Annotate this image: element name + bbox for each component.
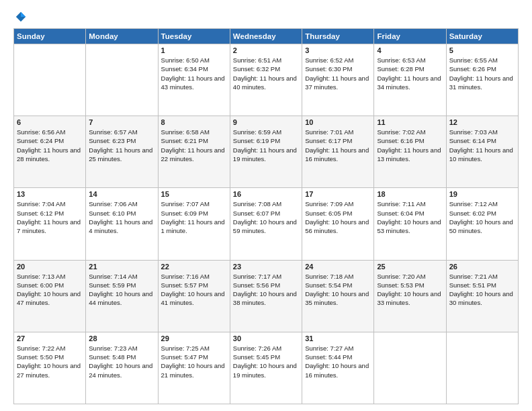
calendar-cell: 20Sunrise: 7:13 AM Sunset: 6:00 PM Dayli… [14, 260, 86, 332]
day-info: Sunrise: 7:07 AM Sunset: 6:09 PM Dayligh… [161, 199, 227, 235]
calendar-cell [86, 44, 158, 116]
day-info: Sunrise: 7:08 AM Sunset: 6:07 PM Dayligh… [233, 199, 299, 235]
day-info: Sunrise: 7:12 AM Sunset: 6:02 PM Dayligh… [449, 199, 515, 235]
page: SundayMondayTuesdayWednesdayThursdayFrid… [0, 0, 532, 411]
svg-marker-1 [21, 12, 26, 17]
calendar-cell: 29Sunrise: 7:25 AM Sunset: 5:47 PM Dayli… [158, 332, 230, 404]
day-number: 26 [449, 263, 515, 271]
calendar-cell: 11Sunrise: 7:02 AM Sunset: 6:16 PM Dayli… [374, 116, 446, 188]
calendar-cell: 5Sunrise: 6:55 AM Sunset: 6:26 PM Daylig… [446, 44, 518, 116]
calendar-cell: 14Sunrise: 7:06 AM Sunset: 6:10 PM Dayli… [86, 188, 158, 260]
calendar-week-3: 20Sunrise: 7:13 AM Sunset: 6:00 PM Dayli… [14, 260, 519, 332]
calendar-header-sunday: Sunday [14, 29, 86, 44]
day-info: Sunrise: 7:01 AM Sunset: 6:17 PM Dayligh… [305, 128, 371, 163]
day-number: 16 [233, 190, 299, 198]
calendar-week-0: 1Sunrise: 6:50 AM Sunset: 6:34 PM Daylig… [14, 44, 519, 116]
day-info: Sunrise: 6:59 AM Sunset: 6:19 PM Dayligh… [233, 128, 299, 163]
day-number: 17 [305, 190, 371, 198]
calendar-cell: 12Sunrise: 7:03 AM Sunset: 6:14 PM Dayli… [446, 116, 518, 188]
day-number: 24 [305, 263, 371, 271]
calendar-cell: 10Sunrise: 7:01 AM Sunset: 6:17 PM Dayli… [302, 116, 374, 188]
day-info: Sunrise: 7:26 AM Sunset: 5:45 PM Dayligh… [233, 344, 299, 379]
calendar-header-tuesday: Tuesday [158, 29, 230, 44]
day-info: Sunrise: 7:21 AM Sunset: 5:51 PM Dayligh… [449, 272, 515, 308]
day-info: Sunrise: 7:11 AM Sunset: 6:04 PM Dayligh… [377, 199, 443, 235]
calendar-week-2: 13Sunrise: 7:04 AM Sunset: 6:12 PM Dayli… [14, 188, 519, 260]
calendar-week-4: 27Sunrise: 7:22 AM Sunset: 5:50 PM Dayli… [14, 332, 519, 404]
day-info: Sunrise: 7:16 AM Sunset: 5:57 PM Dayligh… [161, 272, 227, 308]
calendar-cell: 16Sunrise: 7:08 AM Sunset: 6:07 PM Dayli… [230, 188, 302, 260]
calendar-cell [14, 44, 86, 116]
calendar-cell: 22Sunrise: 7:16 AM Sunset: 5:57 PM Dayli… [158, 260, 230, 332]
day-number: 21 [89, 263, 154, 271]
calendar-header-monday: Monday [86, 29, 158, 44]
day-info: Sunrise: 7:20 AM Sunset: 5:53 PM Dayligh… [377, 272, 443, 308]
calendar-week-1: 6Sunrise: 6:56 AM Sunset: 6:24 PM Daylig… [14, 116, 519, 188]
day-number: 22 [161, 263, 227, 271]
day-number: 18 [377, 190, 443, 198]
logo-icon [15, 11, 27, 23]
calendar-cell: 24Sunrise: 7:18 AM Sunset: 5:54 PM Dayli… [302, 260, 374, 332]
day-number: 7 [89, 118, 154, 126]
day-number: 15 [161, 190, 227, 198]
logo [13, 11, 27, 23]
calendar-cell: 19Sunrise: 7:12 AM Sunset: 6:02 PM Dayli… [446, 188, 518, 260]
calendar-cell: 4Sunrise: 6:53 AM Sunset: 6:28 PM Daylig… [374, 44, 446, 116]
header [13, 11, 519, 23]
calendar-cell: 3Sunrise: 6:52 AM Sunset: 6:30 PM Daylig… [302, 44, 374, 116]
calendar-table: SundayMondayTuesdayWednesdayThursdayFrid… [13, 28, 519, 404]
calendar-cell: 2Sunrise: 6:51 AM Sunset: 6:32 PM Daylig… [230, 44, 302, 116]
calendar-cell: 25Sunrise: 7:20 AM Sunset: 5:53 PM Dayli… [374, 260, 446, 332]
day-info: Sunrise: 7:14 AM Sunset: 5:59 PM Dayligh… [89, 272, 154, 308]
day-number: 14 [89, 190, 154, 198]
day-number: 2 [233, 46, 299, 54]
calendar-cell: 6Sunrise: 6:56 AM Sunset: 6:24 PM Daylig… [14, 116, 86, 188]
calendar-cell: 18Sunrise: 7:11 AM Sunset: 6:04 PM Dayli… [374, 188, 446, 260]
day-number: 20 [17, 263, 83, 271]
day-number: 9 [233, 118, 299, 126]
day-number: 5 [449, 46, 515, 54]
day-info: Sunrise: 6:58 AM Sunset: 6:21 PM Dayligh… [161, 128, 227, 163]
calendar-cell: 27Sunrise: 7:22 AM Sunset: 5:50 PM Dayli… [14, 332, 86, 404]
day-number: 11 [377, 118, 443, 126]
calendar-cell: 13Sunrise: 7:04 AM Sunset: 6:12 PM Dayli… [14, 188, 86, 260]
day-number: 23 [233, 263, 299, 271]
calendar-header-row: SundayMondayTuesdayWednesdayThursdayFrid… [14, 29, 519, 44]
day-info: Sunrise: 7:23 AM Sunset: 5:48 PM Dayligh… [89, 344, 154, 379]
calendar-header-thursday: Thursday [302, 29, 374, 44]
day-info: Sunrise: 7:27 AM Sunset: 5:44 PM Dayligh… [305, 344, 371, 379]
day-number: 28 [89, 334, 154, 342]
day-number: 8 [161, 118, 227, 126]
calendar-header-saturday: Saturday [446, 29, 518, 44]
calendar-cell: 17Sunrise: 7:09 AM Sunset: 6:05 PM Dayli… [302, 188, 374, 260]
day-number: 1 [161, 46, 227, 54]
calendar-cell: 8Sunrise: 6:58 AM Sunset: 6:21 PM Daylig… [158, 116, 230, 188]
calendar-cell: 23Sunrise: 7:17 AM Sunset: 5:56 PM Dayli… [230, 260, 302, 332]
day-info: Sunrise: 6:52 AM Sunset: 6:30 PM Dayligh… [305, 56, 371, 91]
calendar-cell: 26Sunrise: 7:21 AM Sunset: 5:51 PM Dayli… [446, 260, 518, 332]
calendar-cell: 7Sunrise: 6:57 AM Sunset: 6:23 PM Daylig… [86, 116, 158, 188]
day-number: 19 [449, 190, 515, 198]
calendar-cell: 9Sunrise: 6:59 AM Sunset: 6:19 PM Daylig… [230, 116, 302, 188]
day-number: 29 [161, 334, 227, 342]
day-info: Sunrise: 7:18 AM Sunset: 5:54 PM Dayligh… [305, 272, 371, 308]
day-info: Sunrise: 6:53 AM Sunset: 6:28 PM Dayligh… [377, 56, 443, 91]
day-info: Sunrise: 7:22 AM Sunset: 5:50 PM Dayligh… [17, 344, 83, 379]
day-number: 13 [17, 190, 83, 198]
day-number: 4 [377, 46, 443, 54]
day-info: Sunrise: 6:50 AM Sunset: 6:34 PM Dayligh… [161, 56, 227, 91]
day-info: Sunrise: 6:56 AM Sunset: 6:24 PM Dayligh… [17, 128, 83, 163]
calendar-cell: 28Sunrise: 7:23 AM Sunset: 5:48 PM Dayli… [86, 332, 158, 404]
calendar-cell: 21Sunrise: 7:14 AM Sunset: 5:59 PM Dayli… [86, 260, 158, 332]
calendar-cell: 30Sunrise: 7:26 AM Sunset: 5:45 PM Dayli… [230, 332, 302, 404]
day-number: 10 [305, 118, 371, 126]
calendar-cell [446, 332, 518, 404]
day-number: 25 [377, 263, 443, 271]
day-number: 30 [233, 334, 299, 342]
day-info: Sunrise: 6:51 AM Sunset: 6:32 PM Dayligh… [233, 56, 299, 91]
day-number: 6 [17, 118, 83, 126]
calendar-cell: 15Sunrise: 7:07 AM Sunset: 6:09 PM Dayli… [158, 188, 230, 260]
day-number: 12 [449, 118, 515, 126]
day-info: Sunrise: 7:13 AM Sunset: 6:00 PM Dayligh… [17, 272, 83, 308]
day-number: 3 [305, 46, 371, 54]
